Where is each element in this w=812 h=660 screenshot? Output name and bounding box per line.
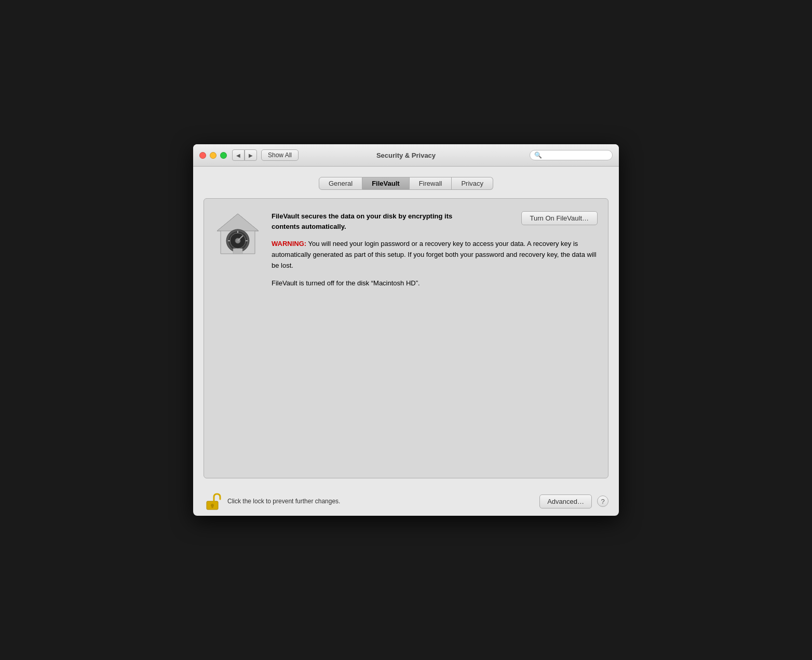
window-title: Security & Privacy — [376, 152, 436, 159]
search-input[interactable] — [544, 152, 608, 159]
main-window: ◀ ▶ Show All Security & Privacy 🔍 Genera… — [193, 144, 619, 516]
bottom-bar: Click the lock to prevent further change… — [193, 487, 619, 516]
filevault-panel: FileVault secures the data on your disk … — [204, 198, 608, 478]
advanced-button[interactable]: Advanced… — [539, 494, 592, 508]
tab-privacy[interactable]: Privacy — [452, 177, 493, 190]
lock-label: Click the lock to prevent further change… — [227, 498, 534, 505]
tab-general[interactable]: General — [319, 177, 362, 190]
close-button[interactable] — [199, 152, 206, 159]
maximize-button[interactable] — [220, 152, 227, 159]
svg-rect-11 — [233, 249, 242, 254]
warning-body: You will need your login password or a r… — [272, 240, 597, 269]
tab-filevault[interactable]: FileVault — [362, 177, 409, 190]
tabs-row: General FileVault Firewall Privacy — [204, 177, 608, 190]
search-icon: 🔍 — [534, 152, 542, 159]
warning-text: WARNING: You will need your login passwo… — [272, 239, 598, 271]
filevault-content: FileVault secures the data on your disk … — [214, 211, 598, 288]
turn-on-button[interactable]: Turn On FileVault… — [521, 211, 598, 225]
help-button[interactable]: ? — [597, 496, 608, 507]
filevault-description: FileVault secures the data on your disk … — [272, 211, 458, 231]
titlebar: ◀ ▶ Show All Security & Privacy 🔍 — [193, 144, 619, 167]
status-text: FileVault is turned off for the disk “Ma… — [272, 278, 598, 288]
lock-icon[interactable] — [204, 492, 222, 511]
tab-firewall[interactable]: Firewall — [410, 177, 452, 190]
nav-buttons: ◀ ▶ — [232, 149, 257, 161]
warning-label: WARNING: — [272, 240, 306, 248]
filevault-text-area: FileVault secures the data on your disk … — [272, 211, 598, 288]
content-area: General FileVault Firewall Privacy — [193, 167, 619, 487]
traffic-lights — [199, 152, 227, 159]
show-all-button[interactable]: Show All — [261, 149, 299, 161]
back-button[interactable]: ◀ — [232, 149, 245, 161]
minimize-button[interactable] — [210, 152, 216, 159]
filevault-icon — [214, 211, 261, 258]
svg-marker-1 — [217, 214, 259, 231]
nav-controls: ◀ ▶ Show All — [232, 149, 299, 161]
filevault-header: FileVault secures the data on your disk … — [272, 211, 598, 231]
search-box[interactable]: 🔍 — [530, 150, 613, 160]
forward-button[interactable]: ▶ — [245, 149, 257, 161]
svg-rect-14 — [212, 505, 213, 508]
